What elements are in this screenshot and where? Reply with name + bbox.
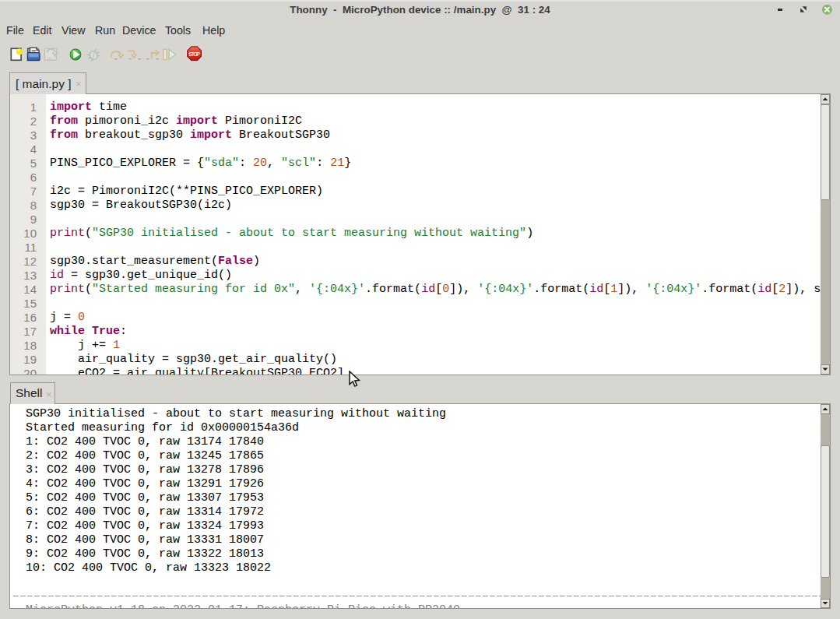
svg-text:STOP: STOP [188, 51, 200, 57]
